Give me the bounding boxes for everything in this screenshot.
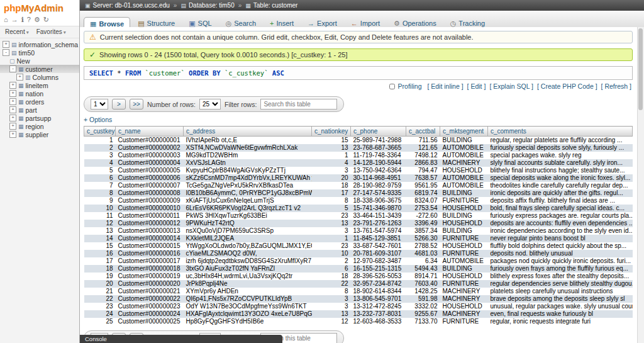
column-header-c_acctbal[interactable]: c_acctbal [406, 127, 440, 137]
table-row: 15Customer#000000015YtWggXoOLdwdo7b0y,BZ… [84, 242, 633, 250]
recent-tab[interactable]: Recent▾ [5, 28, 29, 35]
column-header-c_name[interactable]: c_name [116, 127, 184, 137]
cell-c_custkey: 9 [84, 197, 116, 205]
phpmyadmin-logo[interactable]: phpMyAdmin [0, 0, 79, 14]
table-filter-input[interactable] [260, 99, 337, 110]
column-header-c_comments[interactable]: c_comments [488, 127, 633, 137]
cell-c_mktsegment: AUTOMOBILE [440, 257, 488, 265]
cell-c_mktsegment: FURNITURE [440, 280, 488, 288]
tree-item-nation[interactable]: +▦nation [0, 89, 79, 98]
tab-label: Export [317, 20, 337, 27]
profiling-label[interactable]: Profiling [398, 82, 422, 90]
column-header-c_custkey[interactable]: c_custkey▲1 [84, 127, 116, 137]
tree-item-lineitem[interactable]: +▦lineitem [0, 81, 79, 89]
phpmyadmin-docs-icon[interactable]: ℹ [21, 16, 24, 23]
cell-c_address: KvpyuHCplrB84WgAiGVsKyPZzTTj [184, 167, 312, 174]
expand-icon[interactable]: + [9, 90, 16, 97]
breadcrumb-table[interactable]: Table: customer [253, 2, 298, 9]
expand-icon[interactable]: + [3, 41, 9, 48]
expand-icon[interactable]: + [9, 123, 16, 130]
query-link[interactable]: [ Explain SQL ] [489, 82, 533, 90]
query-link[interactable]: [ Refresh ] [601, 82, 631, 90]
logout-icon[interactable]: → [11, 16, 18, 23]
tree-item-partsupp[interactable]: +▦partsupp [0, 114, 79, 122]
cell-c_mktsegment: BUILDING [440, 227, 488, 235]
cell-c_phone: 23-791-276-1263 [351, 220, 406, 227]
expand-icon[interactable]: + [16, 74, 23, 81]
tree-item-columns[interactable]: +▥Columns [0, 73, 79, 81]
column-header-c_phone[interactable]: c_phone [351, 127, 406, 137]
cell-c_acctbal: 7603.40 [406, 280, 440, 288]
home-icon[interactable]: ⌂ [4, 16, 8, 23]
table-row: 9Customer#000000009xKiAFTjUsCux6nNeIqeLu… [84, 197, 633, 205]
tree-item-label: New [17, 57, 30, 65]
tree-item-tim50[interactable]: -▤tim50 [0, 48, 79, 57]
cell-c_address: 3txGO AiuFux3zT02fN YaFRnZl [184, 265, 312, 273]
profiling-checkbox[interactable] [389, 84, 395, 89]
options-toggle[interactable]: + Options [84, 116, 112, 123]
cell-c_comments: fluffily bold dolphins detect quickly ab… [488, 242, 633, 250]
expand-icon[interactable]: + [9, 106, 16, 113]
expand-icon[interactable]: + [9, 82, 16, 89]
breadcrumb-server[interactable]: Server: db-01.soe.ucsc.edu [93, 2, 170, 9]
cell-c_custkey: 16 [84, 250, 116, 257]
scrollbar-thumb[interactable] [638, 28, 643, 110]
database-icon: ▤ [180, 3, 186, 9]
cell-c_phone: 13-761-547-5974 [351, 227, 406, 235]
expand-icon[interactable]: + [9, 98, 16, 105]
cell-c_nationkey: 20 [312, 174, 351, 182]
column-header-c_mktsegment[interactable]: c_mktsegment [440, 127, 488, 137]
tab-label: Import [360, 20, 380, 27]
tree-item-orders[interactable]: +▦orders [0, 98, 79, 106]
next-page-button[interactable]: > [112, 99, 126, 110]
expand-icon[interactable]: + [9, 115, 16, 121]
page-select[interactable]: 1 [91, 99, 108, 110]
tree-item-customer[interactable]: -▦customer [0, 65, 79, 73]
cell-c_nationkey: 2 [312, 257, 351, 265]
cell-c_nationkey: 8 [312, 288, 351, 295]
cell-c_nationkey: 18 [312, 182, 351, 189]
cell-c_name: Customer#000000014 [116, 235, 184, 242]
mysql-docs-icon[interactable]: ? [27, 16, 31, 23]
cell-c_comments: deposits affix fluffily. blithely final … [488, 197, 633, 205]
settings-icon[interactable]: ⚙ [34, 16, 40, 23]
tab-label: Operations [402, 20, 436, 27]
column-header-c_nationkey[interactable]: c_nationkey [312, 127, 351, 137]
cell-c_name: Customer#000000013 [116, 227, 184, 235]
tree-item-supplier[interactable]: +▦supplier [0, 130, 79, 138]
cell-c_acctbal: 2788.52 [406, 242, 440, 250]
breadcrumb-database[interactable]: Database: tim50 [189, 2, 235, 9]
cell-c_custkey: 14 [84, 235, 116, 242]
collapse-icon[interactable]: - [3, 49, 9, 56]
cell-c_phone: 18-902-614-8344 [351, 288, 406, 295]
cell-c_custkey: 3 [84, 152, 116, 159]
cell-c_custkey: 15 [84, 242, 116, 250]
rows-select[interactable]: 25 [199, 99, 221, 110]
reload-navigation-icon[interactable]: ↻ [43, 16, 49, 23]
query-link[interactable]: [ Create PHP Code ] [537, 82, 597, 90]
tree-item-information_schema[interactable]: +▤information_schema [0, 40, 79, 48]
tree-item-region[interactable]: +▦region [0, 122, 79, 130]
tree-item-new[interactable]: ▢New [0, 57, 79, 65]
cell-c_phone: 11-845-129-3851 [351, 235, 406, 242]
query-links-row: Profiling [ Edit inline ][ Edit ][ Expla… [84, 80, 633, 95]
cell-c_address: JrPk8Pqplj4Ne [184, 280, 312, 288]
column-header-c_address[interactable]: c_address [184, 127, 312, 137]
cell-c_custkey: 7 [84, 182, 116, 189]
console-bar[interactable]: Console [80, 335, 282, 343]
recent-tab-label: Recent [5, 28, 25, 35]
cell-c_acctbal: 2753.54 [406, 205, 440, 212]
cell-c_nationkey: 13 [312, 310, 351, 318]
cell-c_name: Customer#000000004 [116, 159, 184, 167]
query-link[interactable]: [ Edit inline ] [427, 82, 463, 90]
tree-item-part[interactable]: +▦part [0, 106, 79, 114]
query-link[interactable]: [ Edit ] [467, 82, 486, 90]
breadcrumb-separator: » [238, 2, 242, 9]
favorites-tab[interactable]: Favorites▾ [36, 28, 66, 35]
last-page-button[interactable]: >> [130, 99, 143, 110]
scrollbar[interactable] [637, 27, 644, 343]
cell-c_acctbal: 794.47 [406, 167, 440, 174]
expand-icon[interactable]: + [9, 131, 16, 138]
table-header-row: c_custkey▲1c_namec_addressc_nationkeyc_p… [84, 127, 633, 137]
collapse-icon[interactable]: - [9, 65, 16, 72]
